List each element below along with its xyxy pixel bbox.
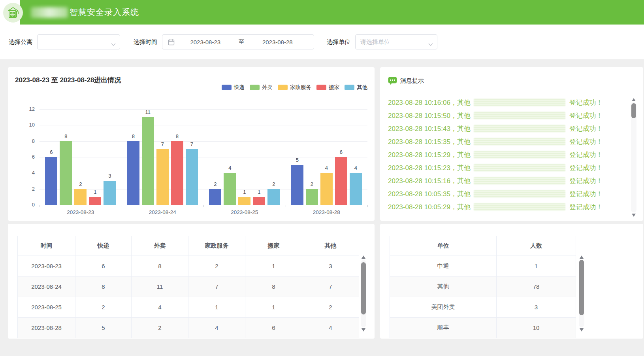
legend-item[interactable]: 快递 [222, 84, 245, 91]
legend-item[interactable]: 家政服务 [278, 84, 311, 91]
bar-value-label: 1 [253, 189, 265, 195]
chart-bar [209, 189, 221, 205]
x-axis-label: 2023-08-23 [40, 209, 122, 215]
message-status-text: 登记成功！ [569, 111, 603, 120]
chart-panel: 2023-08-23 至 2023-08-28进出情况 快递外卖家政服务搬家其他… [8, 67, 375, 221]
table-cell-link[interactable]: 1 [497, 256, 576, 276]
table-cell-link[interactable]: 78 [497, 276, 576, 297]
start-date-value[interactable]: 2023-08-23 [175, 39, 236, 45]
messages-header: 消息提示 [388, 77, 424, 85]
redacted-name [474, 125, 565, 133]
table-cell-link[interactable]: 7 [302, 276, 359, 297]
table-cell-link[interactable]: 4 [188, 318, 245, 338]
table-row: 2023-08-2852464 [18, 318, 359, 338]
bar-value-label: 1 [238, 189, 250, 195]
column-header: 人数 [497, 236, 576, 256]
bar-value-label: 11 [142, 109, 154, 115]
table-cell-link[interactable]: 4 [302, 318, 359, 338]
legend-label: 快递 [234, 84, 245, 91]
x-axis-label: 2023-08-24 [122, 209, 204, 215]
scrollbar-thumb[interactable] [579, 260, 584, 315]
table-cell-link[interactable]: 8 [245, 276, 302, 297]
chat-bubble-icon [388, 77, 397, 85]
app-header: 智慧安全录入系统 [0, 0, 644, 25]
chart-bar [89, 197, 101, 205]
scrollbar-thumb[interactable] [631, 103, 636, 118]
end-date-value[interactable]: 2023-08-28 [247, 39, 309, 45]
table-header-row: 时间快递外卖家政服务搬家其他 [18, 236, 359, 256]
logo-box [0, 0, 20, 25]
table-row: 顺丰10 [390, 318, 576, 338]
table-cell-link[interactable]: 6 [75, 256, 132, 276]
message-status-text: 登记成功！ [569, 124, 603, 133]
message-status-text: 登记成功！ [569, 150, 603, 159]
table-cell-link[interactable]: 8 [132, 256, 188, 276]
message-text: 2023-08-28 10:05:35，其他 [388, 189, 471, 199]
x-axis-tick [40, 205, 40, 207]
message-text: 2023-08-28 10:15:35，其他 [388, 137, 471, 146]
table-cell-link[interactable]: 3 [497, 297, 576, 318]
page-title: 智慧安全录入系统 [70, 7, 139, 18]
apartment-filter-label: 选择公寓 [9, 38, 32, 46]
legend-swatch [250, 85, 260, 90]
redacted-name [474, 190, 565, 198]
table-cell: 2023-08-25 [18, 297, 75, 318]
table-cell-link[interactable]: 2 [302, 297, 359, 318]
legend-swatch [222, 85, 232, 90]
scrollbar-thumb[interactable] [361, 262, 366, 314]
message-text: 2023-08-28 10:15:43，其他 [388, 124, 471, 133]
unit-select[interactable]: 请选择单位 [355, 34, 437, 49]
table-cell-link[interactable]: 4 [132, 297, 188, 318]
chart-bar [306, 189, 318, 205]
redacted-name [474, 112, 565, 119]
gridline [40, 125, 367, 125]
table-cell-link[interactable]: 1 [245, 297, 302, 318]
chart-plot: 024681012682132023-08-238117872023-08-24… [40, 109, 367, 205]
bar-value-label: 7 [156, 141, 169, 147]
table-cell-link[interactable]: 11 [132, 276, 188, 297]
unit-filter-label: 选择单位 [327, 38, 350, 46]
entries-table-scrollbar[interactable] [360, 256, 367, 331]
scrollbar-track[interactable] [361, 260, 366, 327]
legend-item[interactable]: 搬家 [316, 84, 339, 91]
scroll-up-arrow[interactable] [632, 98, 636, 101]
table-cell-link[interactable]: 1 [245, 256, 302, 276]
table-cell-link[interactable]: 10 [497, 318, 576, 338]
units-table: 单位人数中通1其他78美团外卖3顺丰10 [390, 236, 576, 338]
apartment-select[interactable] [37, 34, 120, 49]
table-cell-link[interactable]: 7 [188, 276, 245, 297]
table-cell-link[interactable]: 6 [245, 318, 302, 338]
scroll-down-arrow[interactable] [632, 214, 636, 217]
legend-label: 搬家 [329, 84, 339, 91]
bar-value-label: 6 [45, 149, 57, 155]
scroll-down-arrow[interactable] [580, 328, 584, 331]
legend-swatch [345, 85, 354, 90]
legend-item[interactable]: 外卖 [250, 84, 273, 91]
table-row: 2023-08-2368213 [18, 256, 359, 276]
table-cell-link[interactable]: 2 [132, 318, 188, 338]
x-axis-label: 2023-08-25 [203, 209, 286, 215]
scrollbar-track[interactable] [579, 260, 584, 327]
table-cell-link[interactable]: 1 [188, 297, 245, 318]
date-range-picker[interactable]: 2023-08-23 至 2023-08-28 [162, 34, 314, 49]
message-text: 2023-08-28 10:05:29，其他 [388, 203, 471, 212]
message-item: 2023-08-28 10:05:29，其他登记成功！ [388, 201, 616, 214]
legend-label: 家政服务 [290, 84, 311, 91]
scroll-up-arrow[interactable] [580, 256, 584, 259]
scroll-down-arrow[interactable] [362, 328, 365, 331]
table-cell-link[interactable]: 3 [302, 256, 359, 276]
chart-bar [238, 197, 250, 205]
legend-item[interactable]: 其他 [345, 84, 367, 91]
table-cell-link[interactable]: 2 [188, 256, 245, 276]
table-header-row: 单位人数 [390, 236, 576, 256]
table-cell-link[interactable]: 8 [75, 276, 132, 297]
x-axis-tick [286, 205, 286, 207]
scrollbar-track[interactable] [631, 102, 636, 212]
scroll-up-arrow[interactable] [362, 256, 365, 259]
messages-scrollbar[interactable] [631, 98, 637, 217]
table-cell-link[interactable]: 2 [75, 297, 132, 318]
entries-table-panel: 时间快递外卖家政服务搬家其他2023-08-23682132023-08-248… [8, 224, 375, 339]
table-cell-link[interactable]: 5 [75, 318, 132, 338]
units-table-scrollbar[interactable] [578, 256, 585, 331]
column-header: 时间 [18, 236, 75, 256]
